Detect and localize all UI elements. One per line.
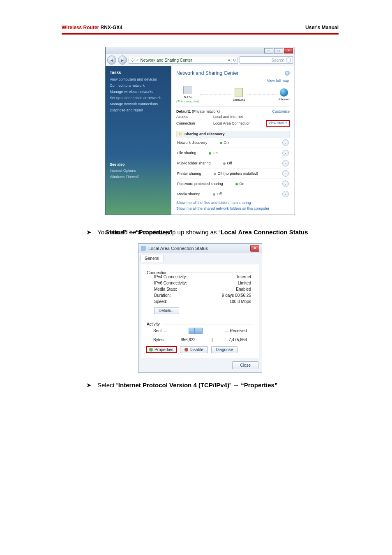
see-also-heading: See also [110,162,167,166]
nsc-heading: Network and Sharing Center [176,70,238,76]
lacs-title-text: Local Area Connection Status [148,246,208,251]
refresh-icon[interactable]: ↻ [233,58,236,62]
row-ps-v: Off (no printers installed) [218,171,258,176]
instruction-bullet-2: ➤ Select “Internet Protocol Version 4 (T… [86,380,339,390]
maximize-button[interactable]: ▭ [274,48,283,53]
footer-link-1[interactable]: Show me all the files and folders I am s… [176,201,290,205]
pc-icon [183,86,192,94]
header-right: User's Manual [305,25,339,30]
view-full-map-link[interactable]: View full map [176,79,289,83]
expand-icon[interactable]: ⌄ [282,139,289,146]
properties-button[interactable]: Properties [146,346,177,353]
expand-icon[interactable]: ⌄ [282,170,289,177]
breadcrumb-dropdown-icon[interactable]: ▾ [228,58,230,62]
row-ms-v: Off [217,192,222,196]
node-internet-label: Internet [279,97,290,101]
network-name: Default1 (Private network) [176,109,220,113]
ipv6-key: IPv6 Connectivity: [154,281,187,285]
ipv4-key: IPv4 Connectivity: [154,275,187,279]
node-pc-sub: (This computer) [176,99,199,103]
status-dot-gray [213,193,215,196]
nsc-address-bar: ◄ ► 🛡 « Network and Sharing Center ▾ ↻ S… [106,54,295,66]
duration-key: Duration: [154,293,171,298]
expand-icon[interactable]: ⌄ [282,180,289,187]
see-also-firewall[interactable]: Windows Firewall [110,175,167,179]
close-button[interactable]: ✕ [250,245,259,252]
ipv4-value: Internet [237,275,251,279]
view-status-link[interactable]: View status [266,120,290,127]
breadcrumb-text: Network and Sharing Center [141,58,192,62]
close-button[interactable]: ✕ [284,48,293,53]
task-connect-network[interactable]: Connect to a network [110,83,167,88]
status-dot-gray [214,173,216,175]
row-nd-k: Network discovery [177,141,208,145]
row-ps-k: Printer sharing [177,171,201,176]
disable-button[interactable]: Disable [180,346,208,353]
instruction-2-text: Select “Internet Protocol Version 4 (TCP… [97,380,277,390]
row-pf-v: Off [227,161,232,165]
close-dialog-button[interactable]: Close [232,361,258,369]
task-manage-connections[interactable]: Manage network connections [110,102,167,106]
status-dot-gray [223,162,226,165]
details-button[interactable]: Details... [154,307,179,314]
row-pp-k: Password protected sharing [177,182,223,186]
network-icon [141,246,146,251]
brand-red: Wireless Router [62,25,99,30]
tab-general[interactable]: General [140,255,164,262]
search-input[interactable]: Search [240,56,293,64]
back-button[interactable]: ◄ [107,56,116,65]
breadcrumb[interactable]: 🛡 « Network and Sharing Center ▾ ↻ [129,57,238,64]
breadcrumb-sep: « [136,58,139,62]
customize-link[interactable]: Customize [272,109,290,113]
bytes-key: Bytes: [153,338,165,342]
expand-icon[interactable]: ⌄ [282,191,289,197]
ipv6-value: Limited [238,281,251,285]
node-router-label: Default1 [233,98,245,102]
sharing-discovery-header: 📁 Sharing and Discovery [176,131,290,137]
help-icon[interactable]: ? [285,71,290,76]
arrow-icon: ➤ [86,380,92,390]
task-manage-wireless[interactable]: Manage wireless networks [110,90,167,94]
expand-icon[interactable]: ⌄ [282,150,289,156]
media-key: Media State: [154,287,177,291]
tasks-heading: Tasks [110,70,167,75]
footer-link-2[interactable]: Show me all the shared network folders o… [176,206,290,210]
header-brand: Wireless Router RNX-GX4 [62,25,122,30]
connection-key: Connection [176,121,213,125]
minimize-button[interactable]: — [264,48,273,53]
page-header: Wireless Router RNX-GX4 User's Manual [62,25,339,35]
access-key: Access [176,115,213,119]
router-icon [235,88,243,97]
row-fs-k: File sharing [177,151,196,155]
search-icon [286,58,291,62]
task-setup-connection[interactable]: Set up a connection or network [110,96,167,100]
shield-green-icon [149,348,153,352]
see-also-internet-options[interactable]: Internet Options [110,169,167,173]
brand-model: RNX-GX4 [99,25,122,30]
task-diagnose[interactable]: Diagnose and repair [110,108,167,112]
media-value: Enabled [236,287,251,291]
search-placeholder: Search [271,58,284,62]
nsc-titlebar: — ▭ ✕ [106,47,295,54]
row-pf-k: Public folder sharing [177,161,211,165]
group-activity: Activity [147,322,160,326]
diagnose-button[interactable]: Diagnose [211,346,238,353]
shield-red-icon [184,348,188,352]
forward-button[interactable]: ► [118,56,127,65]
bytes-recv: 7,475,864 [228,338,247,342]
row-fs-v: On [213,151,218,155]
row-nd-v: On [224,141,229,145]
task-view-computers[interactable]: View computers and devices [110,77,167,81]
lacs-window: Local Area Connection Status ✕ General C… [138,243,262,373]
expand-icon[interactable]: ⌄ [282,160,289,166]
node-pc-label: N-PC [184,95,192,99]
activity-icon [189,328,203,334]
network-map: N-PC (This computer) Default1 Internet [176,86,290,103]
speed-value: 100.0 Mbps [230,299,251,304]
shield-icon: 🛡 [131,58,135,62]
status-dot-green [235,183,238,185]
footer-links: Show me all the files and folders I am s… [176,201,290,210]
received-label: — Received [225,328,247,333]
connection-value: Local Area Connection [213,121,266,125]
status-dot-green [209,152,211,155]
